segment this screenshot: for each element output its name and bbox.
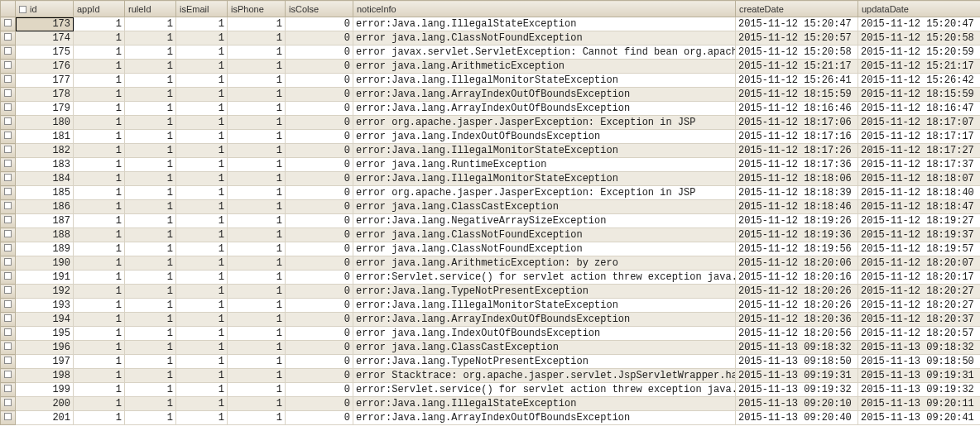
cell-updataDate[interactable]: 2015-11-12 18:20:27 xyxy=(858,285,981,299)
cell-isColse[interactable]: 0 xyxy=(286,144,353,158)
cell-appId[interactable]: 1 xyxy=(74,313,125,327)
table-row[interactable]: 18411110error:Java.lang.IllegalMonitorSt… xyxy=(1,172,981,186)
row-gutter[interactable] xyxy=(1,271,16,285)
cell-isEmail[interactable]: 1 xyxy=(176,116,228,130)
row-gutter[interactable] xyxy=(1,341,16,355)
cell-id[interactable]: 175 xyxy=(16,45,74,60)
cell-isColse[interactable]: 0 xyxy=(286,60,353,74)
cell-appId[interactable]: 1 xyxy=(74,102,125,116)
table-row[interactable]: 19711110error:Java.lang.TypeNotPresentEx… xyxy=(1,355,981,369)
cell-noticeInfo[interactable]: error:Java.lang.ArrayIndexOutOfBoundsExc… xyxy=(353,313,736,327)
cell-appId[interactable]: 1 xyxy=(74,116,125,130)
row-gutter[interactable] xyxy=(1,130,16,144)
cell-isEmail[interactable]: 1 xyxy=(176,285,228,299)
cell-createDate[interactable]: 2015-11-13 09:19:31 xyxy=(736,369,858,383)
cell-updataDate[interactable]: 2015-11-13 09:20:41 xyxy=(858,411,981,425)
cell-isColse[interactable]: 0 xyxy=(286,228,353,242)
cell-isPhone[interactable]: 1 xyxy=(228,242,286,256)
row-gutter[interactable] xyxy=(1,299,16,313)
cell-isColse[interactable]: 0 xyxy=(286,397,353,411)
cell-updataDate[interactable]: 2015-11-13 09:18:32 xyxy=(858,341,981,355)
row-gutter[interactable] xyxy=(1,17,16,31)
cell-ruleId[interactable]: 1 xyxy=(125,60,176,74)
row-gutter[interactable] xyxy=(1,355,16,369)
cell-noticeInfo[interactable]: error java.lang.ClassNotFoundException xyxy=(353,31,736,45)
cell-appId[interactable]: 1 xyxy=(74,397,125,411)
cell-updataDate[interactable]: 2015-11-12 15:20:47 xyxy=(858,17,981,31)
cell-appId[interactable]: 1 xyxy=(74,327,125,341)
cell-noticeInfo[interactable]: error Stacktrace: org.apache.jasper.serv… xyxy=(353,369,736,383)
checkbox-icon[interactable] xyxy=(4,61,12,69)
cell-noticeInfo[interactable]: error org.apache.jasper.JasperException:… xyxy=(353,116,736,130)
cell-appId[interactable]: 1 xyxy=(74,130,125,144)
cell-ruleId[interactable]: 1 xyxy=(125,369,176,383)
cell-isColse[interactable]: 0 xyxy=(286,172,353,186)
checkbox-icon[interactable] xyxy=(4,146,12,153)
cell-isEmail[interactable]: 1 xyxy=(176,383,228,397)
cell-noticeInfo[interactable]: error java.lang.ArithmeticException: by … xyxy=(353,256,736,271)
cell-noticeInfo[interactable]: error java.lang.ClassCastException xyxy=(353,341,736,355)
cell-isPhone[interactable]: 1 xyxy=(228,74,286,88)
cell-isEmail[interactable]: 1 xyxy=(176,242,228,256)
row-gutter[interactable] xyxy=(1,369,16,383)
cell-ruleId[interactable]: 1 xyxy=(125,31,176,45)
column-header-noticeInfo[interactable]: noticeInfo xyxy=(353,1,736,17)
cell-isColse[interactable]: 0 xyxy=(286,341,353,355)
cell-ruleId[interactable]: 1 xyxy=(125,299,176,313)
cell-ruleId[interactable]: 1 xyxy=(125,228,176,242)
cell-updataDate[interactable]: 2015-11-13 09:19:31 xyxy=(858,369,981,383)
cell-ruleId[interactable]: 1 xyxy=(125,17,176,31)
cell-createDate[interactable]: 2015-11-13 09:18:50 xyxy=(736,355,858,369)
cell-updataDate[interactable]: 2015-11-12 18:18:47 xyxy=(858,200,981,214)
checkbox-icon[interactable] xyxy=(4,258,12,266)
cell-id[interactable]: 198 xyxy=(16,369,74,383)
cell-id[interactable]: 188 xyxy=(16,228,74,242)
cell-id[interactable]: 195 xyxy=(16,327,74,341)
cell-updataDate[interactable]: 2015-11-12 18:20:57 xyxy=(858,327,981,341)
cell-isColse[interactable]: 0 xyxy=(286,299,353,313)
checkbox-icon[interactable] xyxy=(4,33,12,41)
cell-updataDate[interactable]: 2015-11-12 18:20:07 xyxy=(858,256,981,271)
table-row[interactable]: 17511110error javax.servlet.ServletExcep… xyxy=(1,45,981,60)
cell-isPhone[interactable]: 1 xyxy=(228,102,286,116)
checkbox-icon[interactable] xyxy=(4,314,12,322)
cell-isEmail[interactable]: 1 xyxy=(176,214,228,228)
table-row[interactable]: 18811110error java.lang.ClassNotFoundExc… xyxy=(1,228,981,242)
cell-isPhone[interactable]: 1 xyxy=(228,144,286,158)
cell-noticeInfo[interactable]: error java.lang.ClassCastException xyxy=(353,200,736,214)
cell-updataDate[interactable]: 2015-11-13 09:18:50 xyxy=(858,355,981,369)
cell-isEmail[interactable]: 1 xyxy=(176,327,228,341)
row-gutter[interactable] xyxy=(1,411,16,425)
cell-isPhone[interactable]: 1 xyxy=(228,116,286,130)
cell-updataDate[interactable]: 2015-11-12 18:18:07 xyxy=(858,172,981,186)
cell-appId[interactable]: 1 xyxy=(74,172,125,186)
cell-appId[interactable]: 1 xyxy=(74,411,125,425)
cell-noticeInfo[interactable]: error:Java.lang.TypeNotPresentException xyxy=(353,355,736,369)
table-row[interactable]: 19311110error:Java.lang.IllegalMonitorSt… xyxy=(1,299,981,313)
cell-id[interactable]: 191 xyxy=(16,271,74,285)
cell-ruleId[interactable]: 1 xyxy=(125,313,176,327)
cell-ruleId[interactable]: 1 xyxy=(125,327,176,341)
checkbox-icon[interactable] xyxy=(4,230,12,237)
cell-isPhone[interactable]: 1 xyxy=(228,369,286,383)
cell-isPhone[interactable]: 1 xyxy=(228,17,286,31)
cell-isEmail[interactable]: 1 xyxy=(176,341,228,355)
cell-ruleId[interactable]: 1 xyxy=(125,271,176,285)
cell-createDate[interactable]: 2015-11-12 18:20:56 xyxy=(736,327,858,341)
cell-createDate[interactable]: 2015-11-12 15:20:58 xyxy=(736,45,858,60)
cell-isPhone[interactable]: 1 xyxy=(228,158,286,172)
cell-appId[interactable]: 1 xyxy=(74,45,125,60)
cell-updataDate[interactable]: 2015-11-12 18:19:57 xyxy=(858,242,981,256)
cell-isPhone[interactable]: 1 xyxy=(228,130,286,144)
cell-isPhone[interactable]: 1 xyxy=(228,31,286,45)
cell-noticeInfo[interactable]: error:Java.lang.ArrayIndexOutOfBoundsExc… xyxy=(353,88,736,102)
cell-isPhone[interactable]: 1 xyxy=(228,397,286,411)
cell-id[interactable]: 178 xyxy=(16,88,74,102)
cell-id[interactable]: 183 xyxy=(16,158,74,172)
cell-isPhone[interactable]: 1 xyxy=(228,256,286,271)
row-gutter[interactable] xyxy=(1,256,16,271)
cell-appId[interactable]: 1 xyxy=(74,200,125,214)
cell-isColse[interactable]: 0 xyxy=(286,285,353,299)
cell-isPhone[interactable]: 1 xyxy=(228,313,286,327)
cell-appId[interactable]: 1 xyxy=(74,256,125,271)
